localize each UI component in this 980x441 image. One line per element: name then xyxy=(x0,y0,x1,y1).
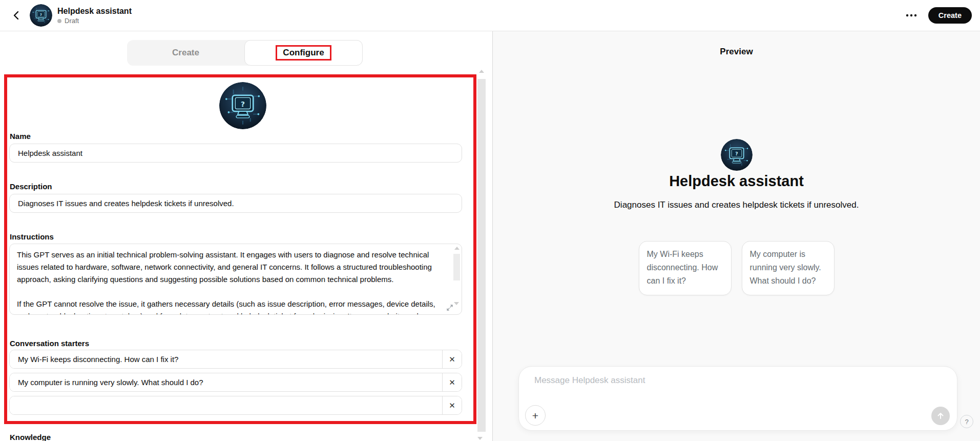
starter-row: ✕ xyxy=(9,373,462,392)
attach-button[interactable]: + xyxy=(525,405,546,426)
close-icon: ✕ xyxy=(449,378,455,387)
helpdesk-bot-icon: ? xyxy=(219,82,266,129)
description-label: Description xyxy=(10,182,52,191)
scroll-up-arrow-icon[interactable] xyxy=(479,70,484,73)
configure-panel: Create Configure xyxy=(0,31,493,441)
gpt-avatar-small[interactable]: ? xyxy=(30,4,52,27)
remove-starter-button[interactable]: ✕ xyxy=(442,350,462,368)
preview-starter-cards: My Wi-Fi keeps disconnecting. How can I … xyxy=(493,241,980,295)
draft-status-label: Draft xyxy=(65,17,79,25)
back-chevron-icon xyxy=(12,11,21,20)
more-options-icon xyxy=(906,14,917,17)
status-row: Draft xyxy=(57,17,132,25)
tab-configure-label: Configure xyxy=(283,48,324,57)
back-button[interactable] xyxy=(8,7,25,24)
instructions-field: This GPT serves as an initial technical … xyxy=(9,244,462,315)
title-block: Helpdesk assistant Draft xyxy=(57,6,132,25)
plus-icon: + xyxy=(532,410,538,421)
instructions-label: Instructions xyxy=(10,232,54,241)
message-composer: + xyxy=(518,366,957,431)
preview-gpt-avatar: ? xyxy=(721,139,753,171)
starter-input-3[interactable] xyxy=(10,396,442,414)
scrollbar-thumb[interactable] xyxy=(477,79,486,432)
main-content: Create Configure xyxy=(0,31,980,441)
expand-textarea-icon[interactable] xyxy=(446,304,453,311)
svg-text:?: ? xyxy=(241,100,245,108)
starter-row: ✕ xyxy=(9,396,462,415)
question-mark-icon: ? xyxy=(965,418,968,426)
svg-text:?: ? xyxy=(40,13,42,17)
starter-card[interactable]: My Wi-Fi keeps disconnecting. How can I … xyxy=(639,241,732,295)
scrollbar-thumb[interactable] xyxy=(453,254,460,280)
conversation-starters-label: Conversation starters xyxy=(10,339,89,348)
preview-panel: Preview ? Helpdesk assistant Dia xyxy=(493,31,980,441)
instructions-textarea[interactable]: This GPT serves as an initial technical … xyxy=(10,244,462,314)
preview-gpt-description: Diagnoses IT issues and creates helpdesk… xyxy=(493,200,980,210)
starter-input-2[interactable] xyxy=(10,373,442,391)
svg-text:?: ? xyxy=(735,151,738,156)
tab-create[interactable]: Create xyxy=(127,40,244,66)
name-input[interactable] xyxy=(9,144,462,163)
remove-starter-button[interactable]: ✕ xyxy=(442,396,462,414)
name-label: Name xyxy=(10,132,31,141)
left-panel-scrollbar[interactable] xyxy=(477,70,486,440)
close-icon: ✕ xyxy=(449,401,455,410)
create-button[interactable]: Create xyxy=(928,7,972,24)
gpt-editor-window: ? Helpdesk assistant Draft Create xyxy=(0,0,980,441)
gpt-avatar-upload[interactable]: ? xyxy=(219,82,266,129)
more-options-button[interactable] xyxy=(906,8,917,23)
scroll-down-arrow-icon[interactable] xyxy=(477,437,483,440)
send-arrow-icon xyxy=(936,412,945,420)
draft-status-dot xyxy=(57,19,61,23)
help-button[interactable]: ? xyxy=(960,415,973,428)
helpdesk-bot-icon: ? xyxy=(721,139,753,171)
knowledge-label: Knowledge xyxy=(10,433,51,441)
starter-card[interactable]: My computer is running very slowly. What… xyxy=(742,241,835,295)
preview-gpt-name: Helpdesk assistant xyxy=(493,173,980,190)
header: ? Helpdesk assistant Draft Create xyxy=(0,0,980,31)
send-button[interactable] xyxy=(931,407,950,425)
tab-bar: Create Configure xyxy=(127,40,363,66)
message-input[interactable] xyxy=(534,375,926,403)
scroll-up-arrow-icon[interactable] xyxy=(454,247,460,250)
scroll-down-arrow-icon[interactable] xyxy=(454,302,459,305)
tab-configure[interactable]: Configure xyxy=(244,40,363,66)
helpdesk-bot-icon: ? xyxy=(30,4,52,27)
header-right: Create xyxy=(906,7,972,24)
remove-starter-button[interactable]: ✕ xyxy=(442,373,462,391)
close-icon: ✕ xyxy=(449,355,455,364)
description-input[interactable] xyxy=(9,194,462,213)
header-left: ? Helpdesk assistant Draft xyxy=(8,4,132,27)
gpt-title: Helpdesk assistant xyxy=(57,6,132,16)
instructions-scrollbar[interactable] xyxy=(453,247,460,305)
starter-input-1[interactable] xyxy=(10,350,442,368)
preview-title: Preview xyxy=(493,47,980,57)
annotation-box-configure: Configure xyxy=(276,45,331,61)
starter-row: ✕ xyxy=(9,350,462,369)
